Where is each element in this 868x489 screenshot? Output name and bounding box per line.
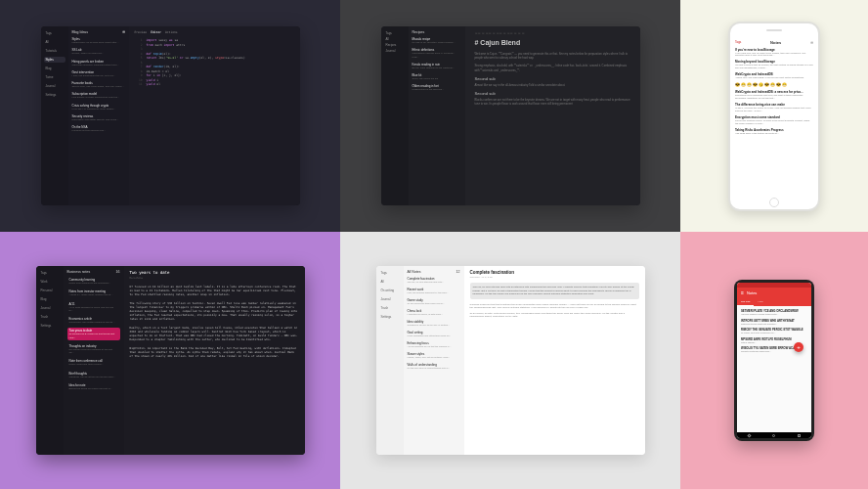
list-title: All Notes12 <box>408 270 460 274</box>
markdown-preview[interactable]: ⊙ ⊙ ⊙ ⊙ ⊙ ⊙ ⊙ ⊙ ⊙ ⊙ ⊙ ⊙ ⊙ ⊙ # Cajun Blen… <box>465 26 640 205</box>
note-item[interactable]: Masala recipeIt's one of my favorites: c… <box>412 37 461 44</box>
note-item[interactable]: Ethnic definitionsWhat ethnic cooking ev… <box>412 48 461 59</box>
note-item[interactable]: Recent workFact, the network grandeur tr… <box>408 288 460 294</box>
note-item[interactable]: Community learningNotes from listening t… <box>67 277 120 286</box>
editor-tab[interactable]: Preview <box>135 30 148 34</box>
note-item[interactable]: Moving beyond localStorageIt's hard to b… <box>735 60 813 69</box>
sidebar-item[interactable]: Journal <box>384 48 406 54</box>
sidebar-item[interactable]: Journal <box>44 83 65 89</box>
note-item[interactable]: 😎😬😬😎😏😎😬😎😬 <box>735 82 813 87</box>
sidebar-item[interactable]: Journal <box>379 296 401 302</box>
note-meta: Thursday Apr 6, 5:25 <box>470 276 639 279</box>
sidebar-item[interactable]: Blog <box>39 296 61 302</box>
sidebar-item[interactable]: Trash <box>39 314 61 320</box>
sidebar-item[interactable]: Trash <box>379 305 401 311</box>
note-item[interactable]: Subscription modelLike directly a single… <box>72 92 125 99</box>
code-editor[interactable]: PreviewEditorActions 1import sassy as sa… <box>129 26 300 205</box>
showcase-grid: TagsAllTutorialsStylesBlogTwineJournalSe… <box>0 0 868 489</box>
note-item[interactable]: WebCrypto and IndexedDBAdding Lanx and I… <box>735 72 813 79</box>
note-item[interactable]: Enhancing focusAm and pointing on: so th… <box>408 341 460 348</box>
note-title: Two years to date <box>130 270 299 276</box>
note-item[interactable]: SETMERI PLATE YCE ANG ORCLANDSREWMinimum… <box>741 309 807 316</box>
note-item[interactable]: The difference being-nice can makeIn 201… <box>735 103 813 112</box>
note-item[interactable]: Chess lockMarketing 75 million, of data … <box>408 309 460 316</box>
sidebar-item[interactable]: Settings <box>379 314 401 320</box>
tab[interactable]: Mad <box>754 298 766 306</box>
sidebar-item[interactable]: Settings <box>44 92 65 98</box>
note-item[interactable]: Goal settingWe're oddsetting and sitting… <box>408 331 460 337</box>
note-item[interactable]: If you're new to localStorageIf you were… <box>735 48 813 58</box>
note-list: Business notes16 Community learningNotes… <box>64 266 124 455</box>
note-item[interactable]: Note from conference callRarely bland as… <box>67 358 120 367</box>
note-item[interactable]: Crisis solving through cryptoIn my DTV o… <box>72 104 125 111</box>
sidebar-item[interactable]: On writing <box>379 288 401 293</box>
sidebar-item[interactable]: Tags <box>379 270 401 276</box>
mini-sidebar: TagsAllRecipesJournal <box>381 26 409 205</box>
add-icon[interactable]: ⊕ <box>810 40 813 45</box>
nav-back[interactable] <box>748 433 752 437</box>
editor-tab[interactable]: Editor <box>151 30 161 34</box>
sidebar-item[interactable]: All <box>44 39 65 45</box>
sidebar-item[interactable]: Tags <box>44 30 65 36</box>
back-button[interactable]: Tags <box>735 40 741 44</box>
home-button[interactable] <box>769 198 779 207</box>
note-item[interactable]: Idea for noteBefore the board for proper… <box>67 382 120 391</box>
note-item[interactable]: SS LabSo first, when you need ma... <box>72 48 125 55</box>
sidebar-item[interactable]: Styles <box>44 57 65 63</box>
note-item[interactable]: RIMCEY THE SENUATE PEROIC ETOT WAGELESe … <box>741 328 807 334</box>
nav-home[interactable] <box>772 434 775 437</box>
note-body[interactable]: Of focused on $4 billion as dust builds … <box>130 285 299 358</box>
sidebar-item[interactable]: Twine <box>44 74 65 80</box>
note-item[interactable]: Slower stylesInspire, which, play not ol… <box>408 352 460 359</box>
note-list: All Notes12 Complete fascinationThe um, … <box>404 266 464 455</box>
sidebar-item[interactable]: Tags <box>39 270 61 276</box>
note-item[interactable]: Blue kitColor, fool mixes too big <box>412 73 461 80</box>
note-item[interactable]: On the NSAParanoid but the bearing was..… <box>72 125 125 132</box>
note-item[interactable]: Olden reading in fortUnderwriting in the… <box>412 84 461 91</box>
sidebar-item[interactable]: Blog <box>44 66 65 71</box>
note-item[interactable]: Encryption must come standardTurner has … <box>735 115 813 125</box>
sidebar-item[interactable]: Tutorials <box>44 48 65 54</box>
note-item[interactable]: Brief thoughtsWhatever you do int the ne… <box>67 371 120 379</box>
screen-title: Notes <box>770 40 781 45</box>
sidebar-item[interactable]: Settings <box>39 323 61 329</box>
note-item[interactable]: Favourite booksZero to One, The Long Gam… <box>72 81 125 88</box>
note-item[interactable]: StylesImport sassy as sa from each impor… <box>72 37 125 44</box>
note-item[interactable]: Economics articleSurprisingly well writt… <box>67 316 120 325</box>
sidebar-item[interactable]: Work <box>39 279 61 285</box>
note-item[interactable]: Complete fascinationThe um, so we'd star… <box>408 277 460 284</box>
note-item[interactable]: Taking Risks Accelerates ProgressHas com… <box>735 128 813 135</box>
note-item[interactable]: Idea stabilityConfided of we say ho we o… <box>408 320 460 327</box>
note-item[interactable]: Govt interventionI saw, not questioning … <box>72 70 125 77</box>
note-item[interactable]: Security reviewsRight there with better … <box>72 114 125 121</box>
note-item[interactable]: Game studyOr me solving for team when pl… <box>408 298 460 305</box>
note-editor[interactable]: Two years to date Marathons Of focused o… <box>124 266 305 455</box>
nav-recent[interactable] <box>798 434 801 437</box>
note-item[interactable]: INTROFE UETT ERBS WHE ARTHYSINATThitenwi… <box>741 319 807 326</box>
app-bar: ≡ Notes <box>737 288 811 298</box>
note-content[interactable]: Complete fascination Thursday Apr 6, 5:2… <box>464 266 645 455</box>
sidebar: TagsAllOn writingJournalTrashSettings <box>376 266 404 455</box>
note-item[interactable]: Kerala reading in rainBe me. Zero attent… <box>412 63 461 69</box>
android-device: ≡ Notes Tag OneMad SETMERI PLATE YCE ANG… <box>734 280 814 441</box>
menu-icon[interactable]: ≡ <box>741 290 744 295</box>
sidebar-item[interactable]: All <box>379 279 401 285</box>
sidebar: TagsWorkPersonalBlogJournalTrashSettings <box>36 266 64 455</box>
note-item[interactable]: WebCrypto and IndexedDB: a new era for p… <box>735 90 813 100</box>
note-item[interactable]: Hiring panels are brokenWhat was origina… <box>72 60 125 67</box>
note-item[interactable]: A/11As III bolts segment in which had tw… <box>67 301 120 314</box>
note-item[interactable]: Notes from investor meetingAugust 14. Qu… <box>67 289 120 297</box>
sidebar-item[interactable]: Journal <box>39 305 61 311</box>
nav-bar <box>737 432 811 438</box>
app-title: Notes <box>747 290 757 295</box>
doc-title: # Cajun Blend <box>475 39 630 46</box>
fab-add[interactable]: + <box>794 342 803 352</box>
editor-tab[interactable]: Actions <box>165 30 178 34</box>
note-item[interactable]: Two years to dateOf focused on $4 billio… <box>67 328 120 340</box>
note-item[interactable]: Walls of understandingIt's the four wall… <box>408 363 460 370</box>
note-item[interactable]: Thoughts on industryNo wonder what still… <box>67 343 120 356</box>
sidebar-item[interactable]: Personal <box>39 288 61 293</box>
home-button-area <box>730 196 818 209</box>
tab[interactable]: Tag One <box>737 298 754 306</box>
cell-iphone: Tags Notes ⊕ If you're new to localStora… <box>680 0 868 232</box>
